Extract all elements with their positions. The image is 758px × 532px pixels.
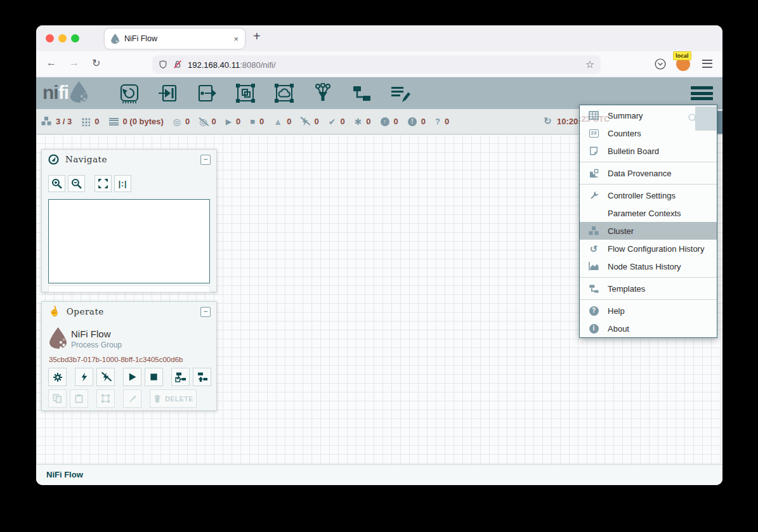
zoom-out-button[interactable] (68, 175, 85, 192)
copy-button[interactable] (48, 389, 67, 408)
flow-config-history-icon: ↺ (587, 244, 600, 254)
navigate-buttons: |:| (48, 175, 131, 192)
delete-button[interactable]: DELETE (150, 389, 197, 408)
menu-item-label: Counters (608, 129, 641, 138)
menu-item-label: About (608, 324, 629, 334)
stat-not-transmitting: ◎0 (199, 117, 216, 126)
tab-close-icon[interactable]: × (233, 34, 239, 44)
url-path: :8080/nifi/ (240, 60, 275, 70)
stat-sync-failure: ?0 (435, 117, 449, 126)
operate-buttons-row2: DELETE (48, 389, 197, 408)
paste-button[interactable] (70, 389, 88, 408)
menu-item-controller-settings[interactable]: Controller Settings (580, 186, 717, 204)
refresh-icon[interactable]: ↻ (544, 115, 552, 127)
operate-hand-icon: ☝ (47, 304, 62, 318)
zoom-in-button[interactable] (48, 175, 65, 192)
url-text: 192.168.40.11:8080/nifi/ (188, 59, 276, 70)
stat-running: ▶0 (226, 117, 240, 126)
operate-collapse-button[interactable]: − (200, 307, 211, 317)
change-color-button[interactable] (123, 389, 141, 408)
tab-title: NiFi Flow (124, 34, 228, 43)
pocket-icon[interactable] (655, 58, 666, 70)
zoom-fit-button[interactable] (95, 175, 112, 192)
process-group-component-icon[interactable] (235, 83, 256, 103)
navigate-header: Navigate − (42, 150, 216, 169)
menu-item-cluster[interactable]: Cluster (580, 222, 717, 240)
process-group-drop-icon (49, 327, 67, 349)
menu-item-label: Data Provenance (608, 169, 671, 178)
menu-item-label: Flow Configuration History (608, 244, 704, 254)
insecure-lock-icon[interactable] (173, 60, 182, 69)
screen: NiFi Flow × + ← → ↻ 192.168.40.11:8080/n… (0, 0, 758, 532)
controller-settings-icon (587, 191, 600, 200)
menu-item-label: Cluster (608, 226, 634, 236)
forward-icon[interactable]: → (69, 57, 79, 68)
shield-icon[interactable] (159, 60, 167, 69)
selection-name: NiFi Flow (71, 328, 111, 339)
menu-item-label: Parameter Contexts (608, 209, 681, 218)
navigate-collapse-button[interactable]: − (200, 155, 211, 165)
cluster-icon (41, 117, 51, 126)
operate-panel: ☝ Operate − NiFi Flow Process Group 35cb… (41, 301, 217, 411)
zoom-actual-size-button[interactable]: |:| (114, 175, 131, 192)
menu-item-bulletin-board[interactable]: Bulletin Board (580, 142, 717, 160)
queued-icon (109, 118, 119, 126)
menu-item-node-status-history[interactable]: Node Status History (580, 257, 717, 275)
template-component-icon[interactable] (351, 83, 372, 103)
global-menu-button[interactable] (691, 86, 713, 103)
group-button[interactable] (96, 389, 115, 408)
menu-item-about[interactable]: iAbout (580, 320, 717, 337)
bookmark-star-icon[interactable]: ☆ (585, 58, 594, 70)
disabled-icon (301, 117, 310, 126)
counters-icon: 23 (587, 129, 600, 138)
disable-button[interactable] (96, 368, 115, 386)
stat-locally-modified-and-stale: !0 (408, 117, 426, 126)
back-icon[interactable]: ← (46, 57, 56, 68)
new-tab-button[interactable]: + (253, 29, 261, 44)
reload-icon[interactable]: ↻ (92, 57, 100, 69)
create-template-button[interactable] (171, 368, 190, 386)
stale-icon: ↑ (381, 117, 389, 126)
menu-item-flow-configuration-history[interactable]: ↺Flow Configuration History (580, 240, 717, 257)
enable-button[interactable] (75, 368, 93, 386)
configure-button[interactable] (48, 368, 67, 386)
menu-item-data-provenance[interactable]: Data Provenance (580, 164, 717, 182)
minimize-window-button[interactable] (58, 34, 67, 42)
funnel-component-icon[interactable] (313, 83, 333, 103)
menu-item-counters[interactable]: 23Counters (580, 124, 717, 142)
start-button[interactable] (123, 368, 141, 386)
upload-template-button[interactable] (193, 368, 211, 386)
menu-item-label: Node Status History (608, 262, 681, 271)
nifi-favicon (111, 34, 119, 44)
url-bar[interactable]: 192.168.40.11:8080/nifi/ ☆ (152, 55, 601, 74)
browser-tab[interactable]: NiFi Flow × (105, 29, 245, 49)
delete-label: DELETE (165, 395, 193, 403)
output-port-component-icon[interactable] (197, 83, 217, 103)
menu-item-summary[interactable]: Summary (580, 107, 717, 124)
about-icon: i (587, 324, 600, 334)
processor-component-icon[interactable] (119, 83, 140, 103)
stat-invalid: ▲0 (273, 117, 291, 126)
zoom-window-button[interactable] (71, 34, 79, 42)
breadcrumb-bar: NiFi Flow (36, 464, 722, 485)
selection-type: Process Group (71, 341, 122, 349)
breadcrumb[interactable]: NiFi Flow (46, 470, 83, 479)
input-port-component-icon[interactable] (158, 83, 178, 103)
remote-process-group-component-icon[interactable] (274, 83, 294, 103)
nifi-drop-icon (70, 81, 88, 103)
label-component-icon[interactable] (390, 83, 410, 103)
summary-table-icon (587, 111, 600, 120)
stop-button[interactable] (145, 368, 163, 386)
browser-menu-icon[interactable] (702, 60, 712, 70)
menu-item-label: Help (608, 306, 625, 316)
minimap-strip (48, 285, 210, 292)
menu-item-parameter-contexts[interactable]: Parameter Contexts (580, 204, 717, 222)
url-host: 192.168.40.11 (188, 60, 240, 70)
data-provenance-icon (587, 169, 600, 178)
browser-navbar: ← → ↻ 192.168.40.11:8080/nifi/ ☆ local (36, 51, 722, 77)
menu-item-templates[interactable]: Templates (580, 280, 717, 297)
menu-item-help[interactable]: ?Help (580, 302, 717, 320)
birdseye-minimap[interactable] (48, 199, 210, 283)
menu-divider (580, 184, 717, 185)
close-window-button[interactable] (46, 34, 54, 42)
